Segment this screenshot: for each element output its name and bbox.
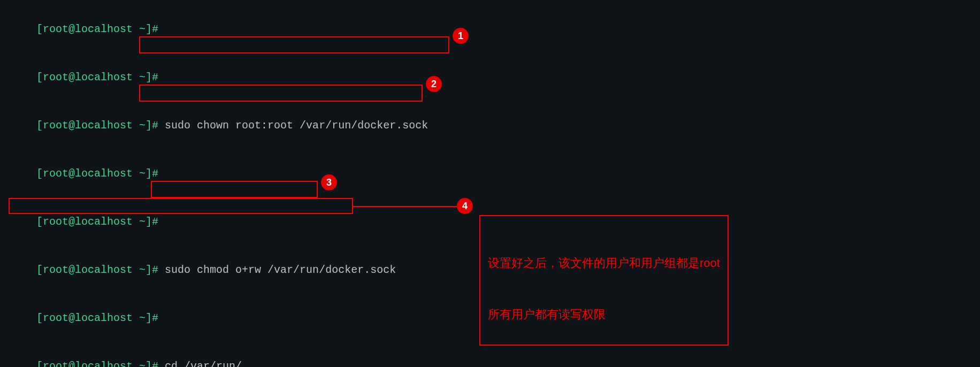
- prompt: [root@localhost ~]#: [36, 264, 158, 276]
- terminal-line: [root@localhost ~]#: [11, 53, 969, 102]
- prompt: [root@localhost ~]#: [36, 71, 158, 83]
- annotation-line-1: 设置好之后，该文件的用户和用户组都是root: [488, 255, 720, 272]
- command-chown: sudo chown root:root /var/run/docker.soc…: [165, 119, 428, 132]
- prompt: [root@localhost ~]#: [36, 23, 158, 35]
- command-chmod: sudo chmod o+rw /var/run/docker.sock: [165, 264, 396, 276]
- badge-3: 3: [321, 174, 337, 190]
- prompt: [root@localhost ~]#: [36, 216, 158, 228]
- annotation-line-2: 所有用户都有读写权限: [488, 306, 720, 323]
- connector-line: [353, 206, 457, 207]
- badge-2: 2: [426, 76, 442, 92]
- badge-1: 1: [453, 28, 469, 44]
- terminal-line: [root@localhost ~]#: [11, 150, 969, 198]
- badge-4: 4: [457, 198, 473, 214]
- terminal-line: [root@localhost ~]# cd /var/run/: [11, 342, 969, 367]
- prompt: [root@localhost ~]#: [36, 167, 158, 180]
- prompt: [root@localhost ~]#: [36, 312, 158, 324]
- prompt: [root@localhost ~]#: [36, 119, 158, 132]
- command-cd: cd /var/run/: [165, 360, 242, 367]
- annotation-box: 设置好之后，该文件的用户和用户组都是root 所有用户都有读写权限: [479, 215, 729, 346]
- terminal-line: [root@localhost ~]# sudo chown root:root…: [11, 102, 969, 150]
- terminal-line: [root@localhost ~]#: [11, 5, 969, 53]
- prompt: [root@localhost ~]#: [36, 360, 158, 367]
